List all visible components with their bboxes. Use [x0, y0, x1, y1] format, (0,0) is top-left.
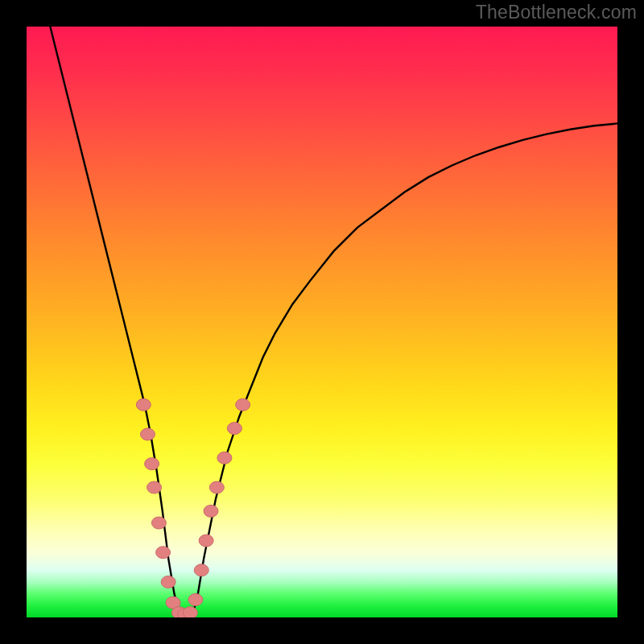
marker-point — [151, 517, 166, 529]
chart-svg — [27, 27, 617, 617]
marker-point — [161, 576, 175, 588]
bottleneck-curve — [50, 27, 617, 617]
marker-point — [209, 481, 224, 493]
marker-point — [199, 535, 213, 547]
marker-point — [217, 452, 232, 464]
marker-point — [147, 481, 162, 493]
marker-point — [140, 428, 155, 440]
outer-frame: TheBottleneck.com — [0, 0, 644, 644]
watermark-text: TheBottleneck.com — [476, 2, 637, 23]
marker-point — [227, 423, 242, 435]
marker-point — [188, 593, 203, 605]
marker-point — [183, 607, 197, 617]
marker-point — [194, 564, 208, 576]
highlight-markers — [136, 398, 250, 617]
marker-point — [145, 458, 159, 470]
marker-point — [156, 547, 171, 559]
marker-point — [136, 398, 151, 411]
marker-point — [236, 398, 250, 411]
marker-point — [204, 505, 218, 517]
plot-area — [27, 27, 617, 617]
